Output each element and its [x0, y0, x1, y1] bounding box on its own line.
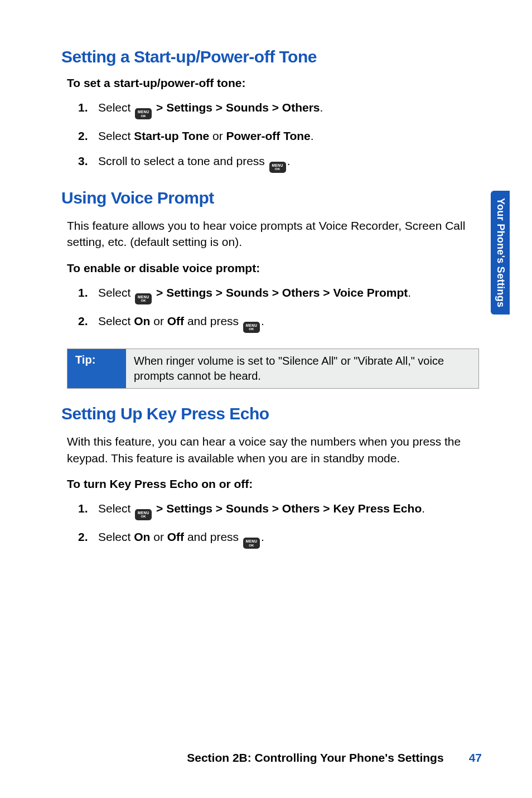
intro-text: This feature allows you to hear voice pr… [61, 217, 479, 250]
side-tab-label: Your Phone's Settings [495, 198, 506, 307]
menu-ok-icon: MENUOK [243, 322, 260, 333]
step-list: 1. Select MENUOK > Settings > Sounds > O… [61, 285, 479, 333]
footer-text: Section 2B: Controlling Your Phone's Set… [187, 751, 443, 765]
step-text: or [209, 129, 226, 142]
step-text: . [408, 286, 411, 299]
step-number: 2. [78, 313, 98, 329]
nav-path: > Settings > Sounds > Others > Key Press… [153, 502, 422, 515]
step-number: 1. [78, 501, 98, 516]
step-text: . [287, 154, 291, 167]
step-item: 2. Select Start-up Tone or Power-off Ton… [78, 128, 479, 144]
step-text: . [422, 502, 425, 515]
step-content: Select MENUOK > Settings > Sounds > Othe… [98, 285, 479, 304]
step-text: Scroll to select a tone and press [98, 154, 268, 167]
step-content: Select MENUOK > Settings > Sounds > Othe… [98, 100, 479, 119]
step-list: 1. Select MENUOK > Settings > Sounds > O… [61, 100, 479, 173]
tip-box: Tip: When ringer volume is set to "Silen… [67, 349, 479, 389]
step-number: 2. [78, 128, 98, 144]
step-list: 1. Select MENUOK > Settings > Sounds > O… [61, 501, 479, 549]
menu-ok-icon: MENUOK [269, 162, 286, 173]
step-item: 1. Select MENUOK > Settings > Sounds > O… [78, 100, 479, 119]
section-key-press-echo: Setting Up Key Press Echo With this feat… [61, 404, 479, 549]
section-heading: Using Voice Prompt [61, 188, 479, 207]
nav-path: > Settings > Sounds > Others > Voice Pro… [153, 286, 408, 299]
step-number: 2. [78, 529, 98, 545]
step-text: and press [184, 315, 242, 327]
menu-ok-icon: MENUOK [135, 509, 152, 520]
menu-ok-icon: MENUOK [135, 108, 152, 119]
step-text: . [311, 129, 314, 142]
option: Off [167, 530, 184, 543]
step-text: Select [98, 502, 134, 515]
subheading: To set a start-up/power-off tone: [61, 76, 479, 90]
step-text: Select [98, 286, 134, 299]
step-text: or [150, 530, 167, 543]
menu-ok-icon: MENUOK [243, 538, 260, 549]
step-number: 1. [78, 285, 98, 301]
step-content: Select On or Off and press MENUOK. [98, 529, 479, 549]
page-number: 47 [469, 751, 482, 765]
step-item: 2. Select On or Off and press MENUOK. [78, 313, 479, 333]
section-heading: Setting Up Key Press Echo [61, 404, 479, 423]
tip-label: Tip: [67, 349, 126, 388]
option: Power-off Tone [226, 129, 310, 142]
step-text: . [261, 315, 264, 327]
nav-path: > Settings > Sounds > Others [153, 101, 320, 114]
option: Start-up Tone [134, 129, 209, 142]
section-startup-tone: Setting a Start-up/Power-off Tone To set… [61, 47, 479, 173]
step-text: and press [184, 530, 242, 543]
step-number: 3. [78, 153, 98, 169]
subheading: To turn Key Press Echo on or off: [61, 477, 479, 491]
step-text: Select [98, 101, 134, 114]
step-item: 1. Select MENUOK > Settings > Sounds > O… [78, 285, 479, 304]
step-text: . [320, 101, 323, 114]
step-content: Scroll to select a tone and press MENUOK… [98, 153, 479, 173]
section-voice-prompt: Using Voice Prompt This feature allows y… [61, 188, 479, 389]
step-content: Select MENUOK > Settings > Sounds > Othe… [98, 501, 479, 520]
footer: Section 2B: Controlling Your Phone's Set… [187, 751, 482, 765]
tip-text: When ringer volume is set to "Silence Al… [126, 349, 478, 388]
step-text: Select [98, 530, 134, 543]
side-tab: Your Phone's Settings [491, 191, 510, 315]
step-content: Select On or Off and press MENUOK. [98, 313, 479, 333]
option: Off [167, 315, 184, 327]
step-item: 2. Select On or Off and press MENUOK. [78, 529, 479, 549]
step-content: Select Start-up Tone or Power-off Tone. [98, 128, 479, 144]
intro-text: With this feature, you can hear a voice … [61, 433, 479, 466]
option: On [134, 530, 150, 543]
menu-ok-icon: MENUOK [135, 293, 152, 304]
step-text: Select [98, 129, 134, 142]
step-item: 3. Scroll to select a tone and press MEN… [78, 153, 479, 173]
option: On [134, 315, 150, 327]
section-heading: Setting a Start-up/Power-off Tone [61, 47, 479, 66]
subheading: To enable or disable voice prompt: [61, 262, 479, 275]
step-text: . [261, 530, 264, 543]
step-text: Select [98, 315, 134, 327]
step-text: or [150, 315, 167, 327]
step-item: 1. Select MENUOK > Settings > Sounds > O… [78, 501, 479, 520]
step-number: 1. [78, 100, 98, 115]
